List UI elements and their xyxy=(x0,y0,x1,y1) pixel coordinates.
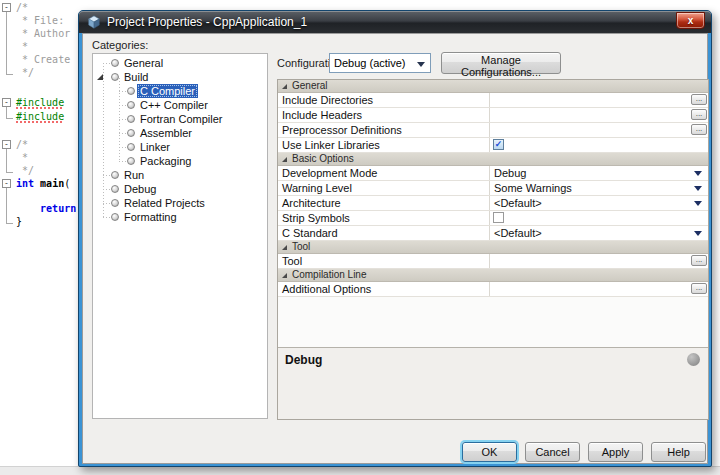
help-button[interactable]: Help xyxy=(651,442,706,462)
fold-collapse-icon[interactable]: - xyxy=(2,140,11,149)
tree-connector xyxy=(119,91,126,92)
chevron-down-icon[interactable] xyxy=(694,186,702,191)
sidebar-item-c-compiler[interactable]: C++ Compiler xyxy=(93,98,267,112)
code-token: ( xyxy=(64,178,70,189)
sheet-section-header[interactable]: Tool xyxy=(278,241,708,254)
property-value[interactable]: ... xyxy=(490,108,708,122)
code-line: * xyxy=(16,41,28,53)
property-row[interactable]: Tool... xyxy=(278,254,708,269)
tree-node-icon xyxy=(127,143,135,151)
property-value[interactable]: ✓ xyxy=(490,138,708,152)
configuration-combobox[interactable]: Debug (active) xyxy=(329,53,431,73)
property-row[interactable]: Include Headers... xyxy=(278,108,708,123)
section-label: Basic Options xyxy=(292,153,354,164)
chevron-down-icon[interactable] xyxy=(694,201,702,206)
property-value[interactable]: ... xyxy=(490,93,708,107)
chevron-down-icon[interactable] xyxy=(694,231,702,236)
apply-button[interactable]: Apply xyxy=(588,442,643,462)
ellipsis-button[interactable]: ... xyxy=(691,109,707,120)
code-line: * Create xyxy=(16,54,70,66)
property-value[interactable]: ... xyxy=(490,282,708,296)
sidebar-item-run[interactable]: Run xyxy=(93,168,267,182)
property-row[interactable]: Include Directories... xyxy=(278,93,708,108)
close-button[interactable]: x xyxy=(676,12,705,29)
sheet-section-header[interactable]: Basic Options xyxy=(278,153,708,166)
property-row[interactable]: C Standard<Default> xyxy=(278,226,708,241)
sidebar-item-fortran-compiler[interactable]: Fortran Compiler xyxy=(93,112,267,126)
property-value-text: Some Warnings xyxy=(494,182,572,194)
property-value[interactable]: ... xyxy=(490,254,708,268)
fold-guide-line xyxy=(6,188,7,223)
ellipsis-button[interactable]: ... xyxy=(691,94,707,105)
tree-expanded-icon[interactable] xyxy=(97,74,103,80)
sheet-section-header[interactable]: General xyxy=(278,80,708,93)
categories-tree[interactable]: GeneralBuildC CompilerC++ CompilerFortra… xyxy=(92,53,268,419)
property-value[interactable]: Debug xyxy=(490,166,708,180)
tree-node-icon xyxy=(111,199,119,207)
tree-connector xyxy=(119,119,126,120)
sidebar-item-assembler[interactable]: Assembler xyxy=(93,126,267,140)
sidebar-item-c-compiler[interactable]: C Compiler xyxy=(93,84,267,98)
fold-collapse-icon[interactable]: - xyxy=(2,98,11,107)
fold-collapse-icon[interactable]: - xyxy=(2,3,11,12)
sidebar-item-linker[interactable]: Linker xyxy=(93,140,267,154)
code-token: int xyxy=(16,178,40,189)
property-row[interactable]: Architecture<Default> xyxy=(278,196,708,211)
sidebar-item-packaging[interactable]: Packaging xyxy=(93,154,267,168)
code-token: /* xyxy=(16,139,28,150)
property-row[interactable]: Preprocessor Definitions... xyxy=(278,123,708,138)
property-value[interactable]: ... xyxy=(490,123,708,137)
property-row[interactable]: Strip Symbols xyxy=(278,211,708,226)
property-label: Additional Options xyxy=(278,282,490,296)
tree-item-label: Linker xyxy=(137,140,173,154)
property-label: Warning Level xyxy=(278,181,490,195)
manage-configurations-button[interactable]: Manage Configurations... xyxy=(441,52,561,74)
sidebar-item-related-projects[interactable]: Related Projects xyxy=(93,196,267,210)
property-row[interactable]: Additional Options... xyxy=(278,282,708,297)
fold-collapse-icon[interactable]: - xyxy=(2,179,11,188)
ellipsis-button[interactable]: ... xyxy=(691,255,707,266)
ok-button[interactable]: OK xyxy=(462,442,517,462)
cancel-button[interactable]: Cancel xyxy=(525,442,580,462)
tree-connector xyxy=(103,63,110,64)
property-label: Preprocessor Definitions xyxy=(278,123,490,137)
tree-item-label: C Compiler xyxy=(137,84,198,98)
property-row[interactable]: Warning LevelSome Warnings xyxy=(278,181,708,196)
property-value[interactable]: Some Warnings xyxy=(490,181,708,195)
property-row[interactable]: Use Linker Libraries✓ xyxy=(278,138,708,153)
property-checkbox[interactable]: ✓ xyxy=(493,139,504,150)
property-value[interactable]: <Default> xyxy=(490,226,708,240)
sidebar-item-formatting[interactable]: Formatting xyxy=(93,210,267,224)
code-token: main xyxy=(40,178,64,189)
property-row[interactable]: Development ModeDebug xyxy=(278,166,708,181)
property-value[interactable] xyxy=(490,211,708,225)
tree-connector xyxy=(119,105,126,106)
dialog-titlebar[interactable]: Project Properties - CppApplication_1 x xyxy=(79,11,711,33)
tree-connector xyxy=(119,147,126,148)
property-value[interactable]: <Default> xyxy=(490,196,708,210)
dialog-footer-buttons: OKCancelApplyHelp xyxy=(462,442,706,462)
fold-guide-line xyxy=(6,149,7,172)
sheet-section-header[interactable]: Compilation Line xyxy=(278,269,708,282)
tree-item-label: Assembler xyxy=(137,126,195,140)
property-value-text: Debug xyxy=(494,167,526,179)
dialog-title: Project Properties - CppApplication_1 xyxy=(107,15,307,29)
configuration-value: Debug (active) xyxy=(334,57,406,69)
chevron-down-icon[interactable] xyxy=(694,171,702,176)
property-panel: GeneralInclude Directories...Include Hea… xyxy=(277,79,709,420)
fold-guide-end xyxy=(6,172,13,173)
code-line: #include xyxy=(16,111,64,123)
description-title: Debug xyxy=(278,348,708,367)
sidebar-item-build[interactable]: Build xyxy=(93,70,267,84)
ellipsis-button[interactable]: ... xyxy=(691,283,707,294)
dialog-body: Categories: GeneralBuildC CompilerC++ Co… xyxy=(82,33,708,464)
sidebar-item-debug[interactable]: Debug xyxy=(93,182,267,196)
sidebar-item-general[interactable]: General xyxy=(93,56,267,70)
property-checkbox[interactable] xyxy=(493,212,504,223)
ellipsis-button[interactable]: ... xyxy=(691,124,707,135)
code-line: return xyxy=(16,203,76,215)
code-token: * Create xyxy=(16,54,70,65)
section-label: Tool xyxy=(292,241,310,252)
property-label: Architecture xyxy=(278,196,490,210)
tree-item-label: Packaging xyxy=(137,154,194,168)
